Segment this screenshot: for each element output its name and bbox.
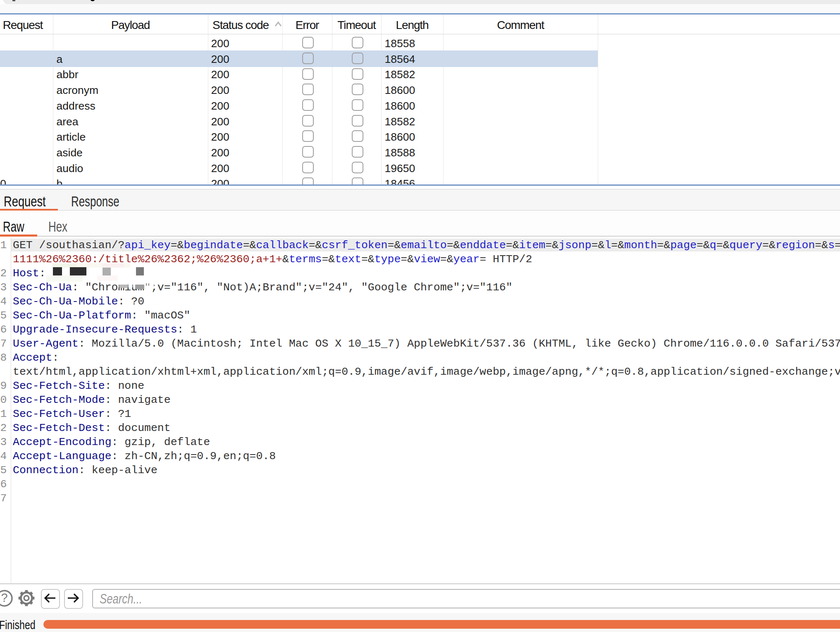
svg-text:?: ? bbox=[1, 591, 7, 604]
